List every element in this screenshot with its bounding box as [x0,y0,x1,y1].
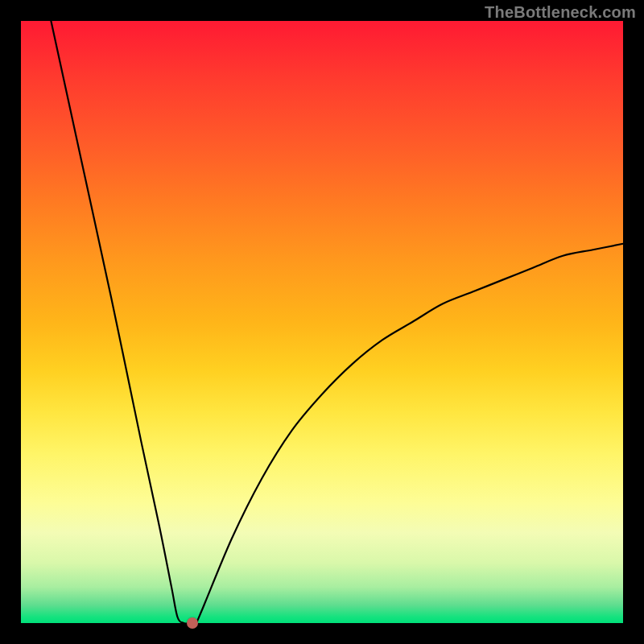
bottleneck-curve [21,21,623,623]
curve-path [51,21,623,624]
plot-area [21,21,623,623]
chart-frame: TheBottleneck.com [0,0,644,644]
watermark-text: TheBottleneck.com [485,3,636,22]
optimal-point-marker [187,617,198,629]
